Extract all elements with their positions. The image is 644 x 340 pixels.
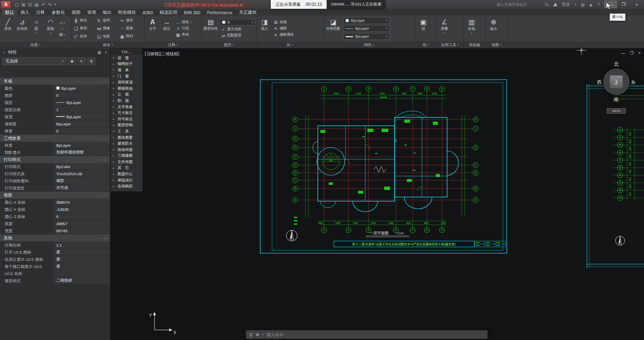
leader-tool[interactable]: ↗引线 [175,26,191,31]
view-control[interactable]: [俯视] [149,51,160,57]
panel-name-layers[interactable]: 图层▾ [202,42,257,48]
compass-east[interactable]: 东 [631,79,636,86]
command-line[interactable]: ☰ ⚙ ▾ [246,330,488,339]
application-menu-button[interactable]: A [1,1,10,8]
edit-block-tool[interactable]: ✎编辑 [272,26,294,31]
text-tool[interactable]: A 文字 [146,16,159,41]
collapse-icon[interactable]: — [102,158,106,162]
property-row[interactable]: UCS 名称 [0,270,110,277]
undo-icon[interactable]: ↶ [42,3,45,7]
help-button[interactable]: ? [597,3,599,7]
screen-menu-item[interactable]: ▸文字表格 [111,104,142,110]
compass-south[interactable]: 南 [596,96,636,103]
screen-menu-title[interactable]: T20.... [111,49,142,55]
drawing-area[interactable]: [-] [俯视] [二维线框] — ❐ × [110,48,644,340]
panel-name-draw[interactable]: 绘图▾ [0,42,71,48]
ribbon-tab-9[interactable]: A360 [139,9,157,16]
viewport-menu-control[interactable]: [-] [145,51,149,57]
paste-tool[interactable]: ▥ 粘贴 ▾ [465,16,478,41]
screen-menu-item[interactable]: ▸建筑防火 [111,140,142,147]
redo-icon[interactable]: ↷ [48,3,51,7]
property-section-header[interactable]: 三维效果— [0,135,110,142]
screen-menu-item[interactable]: ▸帮助演示 [111,177,142,184]
ribbon-tab-11[interactable]: BIM 360 [181,9,204,16]
doc-close-button[interactable]: × [638,51,641,55]
group-tool[interactable]: ▣ 组 [417,16,430,41]
screen-menu-item[interactable]: ▸场地布置 [111,147,142,153]
array-tool[interactable]: ▦阵列 [119,33,142,41]
screen-menu-item[interactable]: ▸图块图案 [111,135,142,141]
circle-tool[interactable]: ○ 圆 ▾ [30,16,43,41]
save-file-icon[interactable]: ⊡ [28,3,31,7]
screen-menu-item[interactable]: ▸数据中心 [111,171,142,177]
ribbon-tab-10[interactable]: 精选应用 [156,9,181,16]
copy-tool[interactable]: ❏复制 [73,25,96,33]
property-row[interactable]: 线型比例1 [0,106,110,113]
open-file-icon[interactable]: ⊞ [21,3,25,7]
panel-name-annotate[interactable]: 注释▾ [145,42,201,48]
properties-title-bar[interactable]: ≡ 特性 ▦ × [0,48,110,57]
toggle-pickadd-button[interactable]: ✚ [68,57,76,65]
insert-block-tool[interactable]: ◨ 插入 [258,16,271,41]
command-input[interactable] [267,332,484,337]
ribbon-tab-3[interactable]: 注释 [33,9,48,16]
scale-tool[interactable]: ◱缩放 [96,33,119,41]
screen-menu-item[interactable]: ▸图层控制 [111,122,142,129]
new-file-icon[interactable]: ▢ [15,3,18,7]
ellipse-flyout[interactable]: ◌ ▾ [59,26,65,31]
line-tool[interactable]: ╱ 直线 [1,16,14,41]
chevron-down-icon[interactable]: ▾ [575,3,576,6]
property-row[interactable]: 线型ByLayer [0,99,110,106]
screen-menu-item[interactable]: ▸门 窗 [111,73,142,80]
minimize-button[interactable]: — [604,0,617,8]
panel-name-view[interactable]: 视图▾ [486,42,508,48]
screen-menu-item[interactable]: ▸工 具 [111,128,142,135]
restore-button[interactable]: ❐ [617,0,630,8]
ribbon-tab-5[interactable]: 视图 [68,9,84,16]
screen-menu-item[interactable]: ▸尺寸标注 [111,110,142,116]
wcs-selector[interactable]: WCS [607,108,626,114]
property-row[interactable]: 颜色ByLayer [0,85,110,92]
customize-wrench-icon[interactable]: ⚙ [256,332,259,337]
screen-menu-item[interactable]: ▸其 它 [111,165,142,171]
floor-plan-drawing[interactable]: 13567891356789KJHGFEDCBAKJGEDBA199827003… [110,48,644,340]
layer-properties-tool[interactable]: ▤ 图层特性 [203,16,219,41]
panel-name-properties[interactable]: 特性▾ [323,42,415,48]
move-tool[interactable]: ╋移动 [73,17,96,25]
table-tool[interactable]: ▦表格 [175,32,191,37]
screen-menu-item[interactable]: ▸文件布图 [111,159,142,165]
view-cube[interactable]: 北 上 西 东 南 WCS [596,61,636,114]
ribbon-tab-2[interactable]: 插入 [17,9,33,16]
property-section-header[interactable]: 视图— [0,192,110,199]
quick-select-button[interactable]: ∇ [87,57,95,65]
property-row[interactable]: 打印样式表TArch20V4.ctb [0,170,110,177]
rectangle-flyout[interactable]: ▭ ▾ [59,21,65,25]
hatch-flyout[interactable]: ▨ ▾ [59,32,65,36]
ribbon-tab-13[interactable]: 天正建筑 [236,9,260,16]
compass-north[interactable]: 北 [596,61,636,67]
screen-menu-item[interactable]: ▸在线购买 [111,183,142,189]
property-row[interactable]: 在原点显示 UCS 图标是 [0,256,110,263]
match-layer-tool[interactable]: ⇄匹配图层 [220,33,255,38]
login-button[interactable]: 登录 [562,2,570,8]
search-input[interactable] [497,3,540,7]
ribbon-tab-8[interactable]: 附加模块 [115,9,139,16]
screen-menu-item[interactable]: ▸立 面 [111,92,142,98]
palette-close-icon[interactable]: × [105,50,107,55]
set-current-layer-tool[interactable]: ✓置为当前 [220,27,255,32]
panel-name-group[interactable]: 组▾ [416,42,436,48]
screen-menu-item[interactable]: ▸轴网柱子 [111,61,142,67]
compass-west[interactable]: 西 [597,79,602,86]
property-row[interactable]: 线宽ByLayer [0,113,110,120]
print-icon[interactable]: ▤ [34,3,38,7]
layer-dropdown[interactable]: 0 ▾ [220,19,255,26]
property-row[interactable]: 厚度0 [0,127,110,135]
property-row[interactable]: 圆心 Z 坐标0 [0,213,110,220]
compass-top-face[interactable]: 上 [610,75,623,88]
color-dropdown[interactable]: ByLayer ▾ [343,17,390,24]
search-icon[interactable] [545,3,549,7]
selection-dropdown[interactable]: 无选择 ▾ [3,57,66,65]
panel-name-utilities[interactable]: 实用工具▾ [437,42,463,48]
notifications-icon[interactable]: ◈ [589,3,593,7]
doc-restore-button[interactable]: ❐ [630,51,634,55]
